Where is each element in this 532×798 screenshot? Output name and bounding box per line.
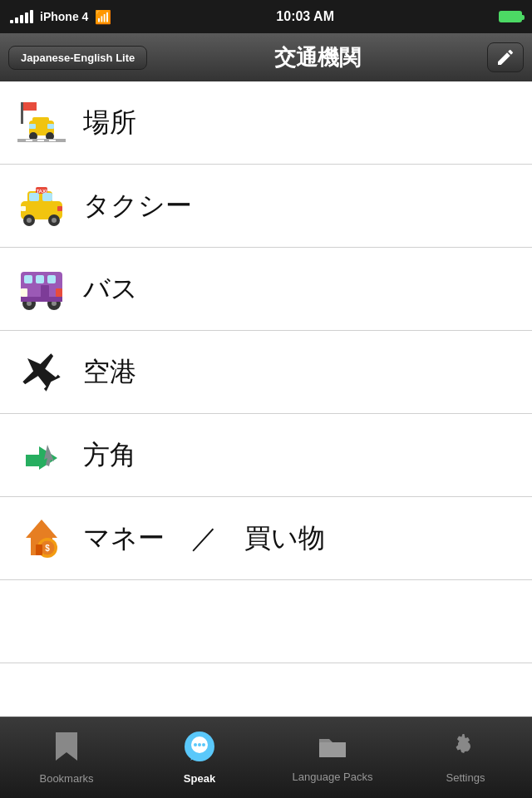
svg-rect-9 (26, 140, 32, 141)
svg-rect-6 (29, 124, 36, 129)
item-label-kuko: 空港 (83, 354, 136, 391)
svg-rect-11 (49, 140, 56, 141)
item-icon-basu (17, 264, 66, 314)
item-icon-basho (17, 98, 66, 148)
tab-bookmarks-label: Bookmarks (39, 772, 93, 785)
pencil-icon (495, 47, 515, 67)
tab-settings-label: Settings (446, 771, 485, 784)
svg-rect-30 (41, 285, 49, 298)
svg-rect-35 (21, 297, 62, 302)
tab-langpacks[interactable]: Language Packs (266, 717, 399, 798)
back-button[interactable]: Japanese-English Lite (8, 46, 147, 70)
svg-rect-23 (57, 206, 62, 211)
tab-speak[interactable]: Speak (133, 717, 266, 798)
svg-point-21 (52, 218, 57, 223)
svg-text:$: $ (45, 544, 50, 553)
tab-speak-label: Speak (184, 772, 215, 785)
item-label-basu: バス (83, 271, 138, 308)
nav-title: 交通機関 (155, 43, 479, 72)
svg-rect-22 (21, 206, 26, 211)
status-left: iPhone 4 📶 (10, 9, 111, 25)
status-bar: iPhone 4 📶 10:03 AM (0, 0, 532, 33)
list-item[interactable]: 方角 (0, 414, 532, 497)
svg-rect-26 (36, 275, 44, 283)
wifi-icon: 📶 (95, 9, 111, 25)
svg-marker-44 (56, 732, 77, 761)
svg-rect-29 (56, 288, 62, 297)
svg-rect-7 (47, 124, 54, 129)
settings-icon (451, 732, 480, 768)
signal-bar-5 (30, 10, 33, 23)
carrier-label: iPhone 4 (40, 10, 88, 23)
signal-bar-1 (10, 20, 13, 23)
list-container: 場所 TAXI (0, 81, 532, 746)
signal-bar-4 (25, 12, 28, 23)
tab-langpacks-label: Language Packs (293, 771, 373, 783)
langpacks-icon (318, 732, 347, 767)
svg-point-49 (198, 743, 201, 746)
svg-rect-28 (21, 288, 27, 297)
svg-rect-0 (21, 102, 23, 124)
item-icon-takushi: TAXI (17, 181, 66, 231)
item-label-basho: 場所 (83, 105, 136, 141)
item-label-mane: マネー ／ 買い物 (83, 520, 325, 557)
svg-marker-38 (26, 520, 57, 538)
tab-bar: Bookmarks Speak Language Packs (0, 717, 532, 798)
item-icon-kuko (17, 347, 66, 397)
signal-bars (10, 10, 33, 23)
svg-rect-16 (29, 193, 39, 201)
item-icon-mane: $ (17, 514, 66, 564)
svg-point-48 (194, 743, 197, 746)
list-item[interactable]: TAXI タクシー (0, 165, 532, 248)
list-item[interactable]: 空港 (0, 331, 532, 414)
svg-rect-17 (42, 193, 52, 201)
svg-rect-43 (36, 544, 42, 555)
svg-rect-51 (319, 742, 346, 757)
svg-rect-27 (47, 275, 56, 283)
tab-settings[interactable]: Settings (399, 717, 532, 798)
signal-bar-3 (20, 15, 23, 23)
list-item-empty (0, 580, 532, 663)
svg-rect-1 (23, 102, 37, 111)
item-label-hoko: 方角 (83, 437, 136, 474)
list-item[interactable]: $ マネー ／ 買い物 (0, 497, 532, 580)
action-button[interactable] (487, 42, 524, 72)
item-label-takushi: タクシー (83, 188, 192, 224)
list-item[interactable]: 場所 (0, 81, 532, 165)
battery-icon (499, 11, 522, 22)
tab-bookmarks[interactable]: Bookmarks (0, 717, 133, 798)
status-right (499, 11, 522, 22)
status-time: 10:03 AM (276, 9, 334, 24)
list-item[interactable]: バス (0, 248, 532, 331)
bookmarks-icon (52, 731, 81, 769)
svg-point-19 (27, 218, 32, 223)
svg-rect-25 (24, 275, 32, 283)
nav-bar: Japanese-English Lite 交通機関 (0, 33, 532, 81)
svg-rect-10 (37, 140, 44, 141)
item-icon-hoko (17, 431, 66, 480)
svg-point-50 (202, 743, 205, 746)
speak-icon (184, 731, 215, 769)
signal-bar-2 (15, 17, 18, 23)
